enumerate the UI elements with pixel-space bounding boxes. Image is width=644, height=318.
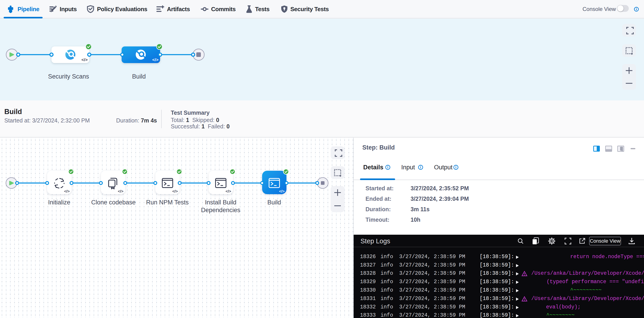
svg-text:</>: </>: [64, 189, 70, 194]
svg-text:Build: Build: [132, 73, 146, 80]
svg-text:Run NPM Tests: Run NPM Tests: [146, 199, 188, 206]
svg-text:</>: </>: [118, 189, 124, 194]
svg-text:Dependencies: Dependencies: [201, 207, 240, 214]
svg-text:Clone codebase: Clone codebase: [91, 199, 136, 206]
svg-text:</>: </>: [226, 189, 231, 194]
svg-text:Security Scans: Security Scans: [48, 73, 89, 80]
svg-text:</>: </>: [172, 189, 178, 194]
svg-text:</>: </>: [152, 57, 158, 62]
svg-text:Initialize: Initialize: [48, 199, 70, 206]
svg-text:Install Build: Install Build: [205, 199, 236, 206]
svg-text:</>: </>: [279, 189, 285, 194]
svg-text:Build: Build: [267, 199, 281, 206]
svg-text:</>: </>: [82, 57, 88, 62]
